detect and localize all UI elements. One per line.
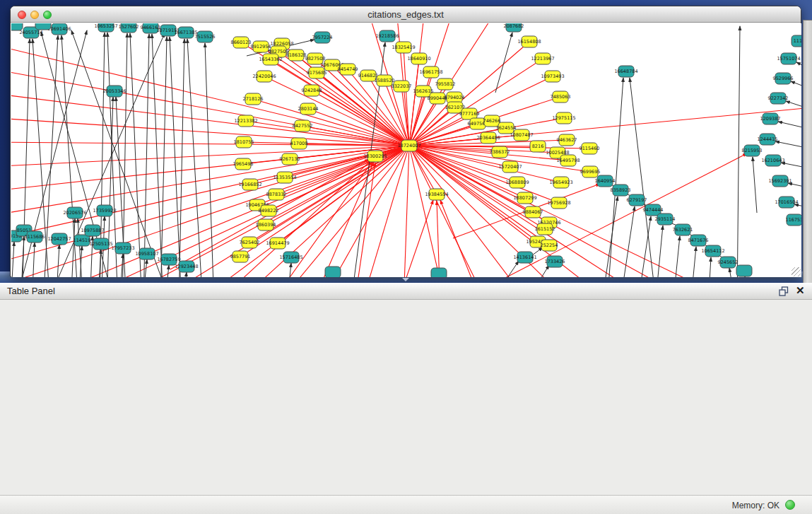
graph-node[interactable]: 2803144 — [298, 103, 319, 115]
graph-node[interactable]: 20364486 — [476, 132, 500, 144]
graph-node[interactable]: 19218586 — [375, 30, 399, 42]
graph-node[interactable]: 8454749 — [338, 64, 358, 75]
memory-status-icon[interactable] — [785, 500, 795, 510]
graph-node[interactable]: 12505135 — [89, 238, 112, 250]
graph-node[interactable]: 8216 — [530, 141, 546, 152]
graph-node[interactable]: 1733426 — [545, 256, 565, 267]
svg-text:9242848: 9242848 — [302, 88, 322, 93]
graph-node[interactable]: 1860394 — [256, 219, 276, 230]
graph-node[interactable]: 1527602 — [119, 23, 139, 33]
graph-node[interactable]: 20053346 — [102, 86, 126, 97]
svg-text:1209387: 1209387 — [760, 116, 781, 122]
graph-node[interactable]: 9245652 — [718, 257, 739, 268]
graph-node[interactable]: 16648784 — [614, 66, 637, 77]
graph-node[interactable]: 9242848 — [302, 85, 322, 96]
graph-node[interactable]: 1615152 — [535, 223, 555, 235]
graph-node[interactable]: 17016504 — [775, 197, 798, 208]
graph-node[interactable] — [35, 23, 51, 30]
graph-node[interactable]: 19756928 — [547, 197, 570, 209]
svg-text:1965498: 1965498 — [233, 161, 254, 167]
graph-node[interactable]: 9857791 — [230, 251, 251, 262]
graph-node[interactable]: 9115460 — [579, 143, 600, 154]
graph-node[interactable]: 8878332 — [266, 189, 287, 200]
graph-node[interactable]: 9463627 — [557, 134, 577, 146]
graph-node[interactable]: 7386372 — [490, 146, 510, 158]
close-panel-icon[interactable]: ✕ — [796, 284, 805, 297]
graph-node[interactable]: 8186328 — [286, 49, 307, 61]
graph-node[interactable]: 9227342 — [768, 93, 789, 104]
svg-text:12042757: 12042757 — [47, 236, 71, 242]
graph-node[interactable]: 252254 — [541, 240, 558, 251]
svg-text:19654923: 19654923 — [549, 180, 572, 185]
graph-node[interactable]: 12923448 — [175, 261, 198, 272]
graph-node[interactable]: 17359928 — [93, 205, 116, 216]
graph-node[interactable] — [325, 267, 341, 277]
graph-node[interactable]: 2718126 — [243, 93, 264, 105]
graph-node[interactable]: 8322037 — [392, 81, 412, 92]
graph-node[interactable]: 8358923 — [611, 185, 631, 196]
graph-node[interactable]: 17957233 — [111, 243, 134, 254]
graph-node[interactable] — [431, 268, 447, 277]
graph-node[interactable]: 9529966 — [773, 73, 794, 84]
graph-node[interactable]: 20206576 — [63, 207, 86, 218]
graph-node[interactable]: 15692391 — [768, 175, 792, 187]
graph-node[interactable]: 8660123 — [231, 37, 252, 48]
graph-node[interactable]: 8215953 — [742, 145, 763, 156]
graph-node[interactable]: 16154808 — [517, 36, 541, 47]
graph-node[interactable]: 10653257 — [94, 23, 117, 32]
graph-node[interactable]: 8471676 — [688, 235, 709, 246]
svg-text:19218586: 19218586 — [375, 33, 399, 39]
graph-node[interactable]: 10654112 — [701, 245, 724, 257]
svg-text:20691406: 20691406 — [47, 26, 71, 32]
graph-node[interactable]: 7955812 — [435, 78, 456, 90]
graph-node[interactable]: 116753 — [786, 214, 801, 226]
graph-node[interactable]: 16210643 — [761, 155, 784, 166]
graph-node[interactable]: 7957224 — [312, 32, 333, 43]
network-canvas[interactable]: 8660123891295418226058982750916543362818… — [11, 23, 801, 277]
graph-node[interactable] — [736, 265, 752, 276]
graph-node[interactable]: 1117 — [792, 35, 801, 47]
graph-node[interactable]: 9175685 — [307, 67, 327, 78]
graph-node[interactable]: 18325419 — [392, 42, 415, 53]
float-panel-icon[interactable] — [779, 286, 789, 296]
graph-node[interactable]: 7485063 — [551, 91, 571, 103]
graph-node[interactable]: 8498222 — [259, 205, 279, 216]
graph-node[interactable]: 18640910 — [407, 53, 430, 64]
graph-node[interactable]: 9267130 — [280, 153, 300, 165]
graph-node[interactable]: 14136141 — [513, 252, 536, 263]
graph-node[interactable]: 2087682 — [504, 23, 524, 32]
graph-node[interactable]: 1209387 — [760, 113, 781, 124]
network-window-titlebar[interactable]: citations_edges.txt — [11, 6, 801, 23]
svg-text:1244415: 1244415 — [758, 136, 778, 142]
graph-node[interactable]: 1640954 — [595, 175, 616, 187]
graph-node[interactable]: 11353554 — [273, 172, 296, 183]
graph-node[interactable]: 15720407 — [498, 161, 522, 173]
graph-node[interactable]: 8427552 — [293, 120, 313, 132]
graph-node[interactable]: 19654923 — [549, 177, 572, 188]
graph-node[interactable] — [11, 23, 23, 30]
svg-text:7386372: 7386372 — [490, 149, 510, 155]
graph-node[interactable]: 12213967 — [531, 53, 554, 64]
graph-node[interactable]: 417008 — [290, 138, 308, 149]
svg-text:9267130: 9267130 — [280, 156, 300, 162]
graph-node[interactable]: 1965498 — [233, 158, 254, 170]
graph-node[interactable]: 1244415 — [758, 134, 778, 145]
splitter-collapse-handle[interactable] — [402, 278, 409, 281]
graph-node[interactable]: 1810755 — [234, 136, 254, 148]
graph-node[interactable]: 12975115 — [552, 112, 575, 124]
window-resize-grip[interactable] — [792, 267, 801, 276]
graph-node[interactable]: 19384554 — [425, 189, 448, 200]
graph-node[interactable]: 9884067 — [523, 206, 543, 218]
svg-text:14136141: 14136141 — [513, 255, 536, 260]
graph-node[interactable]: 10688809 — [505, 177, 529, 188]
graph-node[interactable]: 6279197 — [627, 194, 647, 206]
graph-node[interactable]: 1115686 — [25, 231, 45, 243]
network-window[interactable]: citations_edges.txt 86601238912954182260… — [10, 6, 801, 277]
graph-node[interactable]: 7515526 — [195, 31, 216, 42]
graph-node[interactable]: 9699695 — [580, 166, 601, 177]
graph-node[interactable]: 2935114 — [655, 214, 676, 225]
graph-node[interactable]: 7625402 — [240, 237, 260, 248]
graph-node[interactable]: 7632621 — [673, 224, 693, 235]
citation-graph[interactable]: 8660123891295418226058982750916543362818… — [11, 23, 801, 277]
graph-node[interactable]: 16961758 — [419, 66, 442, 78]
